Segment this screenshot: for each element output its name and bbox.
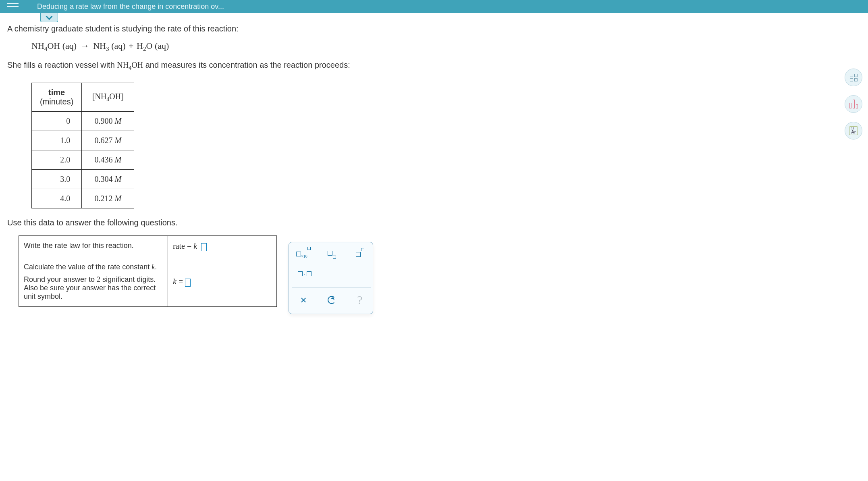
grid-icon [850,74,858,81]
problem-content: A chemistry graduate student is studying… [0,13,868,323]
side-tools: 18 Ar [845,69,862,140]
table-row: 3.00.304 M [32,170,134,189]
toolbox-separator [292,287,371,288]
periodic-table-tool[interactable]: 18 Ar [845,122,862,140]
table-row: 00.900 M [32,112,134,131]
rate-law-input[interactable] [201,243,207,251]
undo-button[interactable] [323,293,341,307]
section-dropdown[interactable] [40,13,58,22]
intro-text-1: A chemistry graduate student is studying… [7,24,861,33]
symbol-toolbox: ×10 · × ? [289,242,373,314]
header-bar: Deducing a rate law from the change in c… [0,0,868,13]
element-icon: 18 Ar [849,126,858,135]
graph-tool[interactable] [845,95,862,113]
table-row: 4.00.212 M [32,189,134,208]
question-row-1: Write the rate law for this reaction. ra… [19,236,277,257]
q1-prompt: Write the rate law for this reaction. [19,236,168,257]
instruction-text: Use this data to answer the following qu… [7,218,861,227]
col-conc-header: [NH4OH] [82,83,134,112]
superscript-button[interactable] [351,247,369,262]
q1-answer-cell[interactable]: rate = k [168,236,277,257]
undo-icon [328,296,336,304]
scientific-notation-button[interactable]: ×10 [295,247,312,262]
table-header-row: time (minutes) [NH4OH] [32,83,134,112]
data-table-tool[interactable] [845,69,862,86]
reaction-equation: NH4OH (aq) → NH3 (aq) + H2O (aq) [31,41,861,52]
q2-answer-cell[interactable]: k = [168,257,277,306]
chevron-down-icon [46,13,53,20]
table-row: 1.00.627 M [32,131,134,150]
page-title: Deducing a rate law from the change in c… [37,2,224,11]
bar-chart-icon [849,100,858,108]
answer-table: Write the rate law for this reaction. ra… [19,235,277,306]
question-row-2: Calculate the value of the rate constant… [19,257,277,306]
intro-text-2: She fills a reaction vessel with NH4OH a… [7,60,861,71]
help-button[interactable]: ? [351,293,369,307]
col-time-header: time (minutes) [32,83,82,112]
q2-prompt: Calculate the value of the rate constant… [19,257,168,306]
table-row: 2.00.436 M [32,150,134,170]
multiply-dot-button[interactable]: · [295,267,315,282]
menu-icon[interactable] [7,6,19,7]
clear-button[interactable]: × [295,293,312,307]
subscript-button[interactable] [323,247,341,262]
rate-constant-input[interactable] [185,279,191,287]
concentration-table: time (minutes) [NH4OH] 00.900 M 1.00.627… [31,83,134,208]
